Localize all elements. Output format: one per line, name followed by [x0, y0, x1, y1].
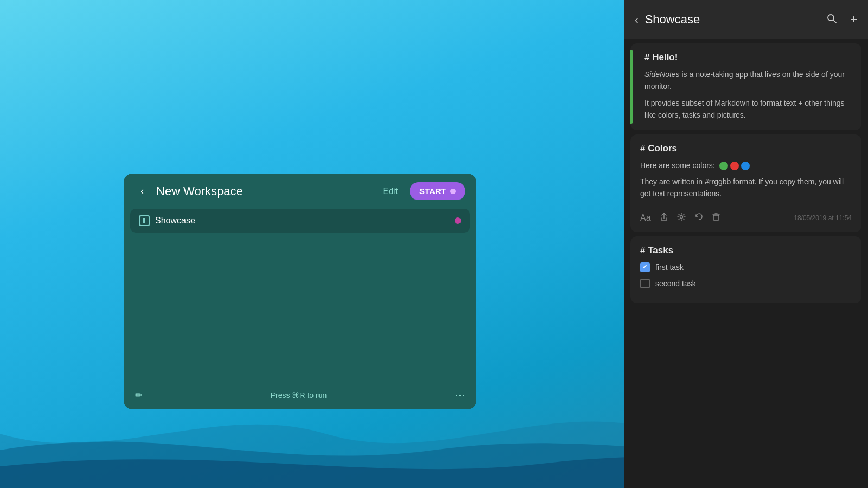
item-label: Showcase: [155, 216, 449, 226]
note-icon-delete[interactable]: [712, 213, 720, 223]
note-footer-colors: Aa: [640, 207, 852, 223]
task-item-first: first task: [640, 261, 852, 273]
note-icon-share[interactable]: [660, 213, 668, 223]
task-item-second: second task: [640, 278, 852, 290]
note-card-colors: # Colors Here are some colors: They are …: [630, 134, 861, 232]
sidebar-back-button[interactable]: ‹: [635, 14, 639, 26]
note-card-tasks: # Tasks first task second task: [630, 236, 861, 303]
note-body-tasks: first task second task: [640, 261, 852, 290]
svg-line-1: [833, 20, 836, 23]
svg-point-2: [680, 215, 682, 218]
start-dot-indicator: [450, 189, 456, 194]
workspace-list: Showcase: [124, 209, 476, 233]
note-icon-settings[interactable]: [677, 213, 686, 223]
svg-rect-3: [713, 215, 719, 220]
color-dots-row: [719, 162, 750, 170]
note-body-colors: Here are some colors: They are written i…: [640, 159, 852, 200]
note-paragraph-2: It provides subset of Markdown to format…: [644, 97, 852, 121]
workspace-panel: ‹ New Workspace Edit START Showcase ✏ Pr…: [124, 174, 476, 409]
sidebar-header: ‹ Showcase +: [624, 0, 868, 39]
svg-point-0: [828, 15, 834, 21]
footer-run-hint: Press ⌘R to run: [271, 391, 327, 400]
workspace-footer: ✏ Press ⌘R to run ⋯: [124, 381, 476, 409]
task-checkbox-second[interactable]: [640, 279, 650, 288]
color-dot-green: [719, 162, 728, 170]
note-paragraph-1: SideNotes is a note-taking app that live…: [644, 68, 852, 93]
workspace-header: ‹ New Workspace Edit START: [124, 174, 476, 209]
item-icon-inner: [143, 218, 145, 223]
note-card-hello: # Hello! SideNotes is a note-taking app …: [630, 43, 861, 130]
item-icon: [139, 215, 150, 226]
task-label-second: second task: [655, 278, 696, 290]
color-dot-blue: [741, 162, 750, 170]
note-accent-bar: [630, 50, 633, 124]
color-dot-red: [730, 162, 739, 170]
sidebar-notes-list[interactable]: # Hello! SideNotes is a note-taking app …: [624, 39, 868, 488]
workspace-title: New Workspace: [156, 184, 376, 198]
workspace-edit-button[interactable]: Edit: [383, 187, 398, 196]
note-title-tasks: # Tasks: [640, 245, 852, 256]
workspace-start-button[interactable]: START: [410, 182, 465, 200]
sidebar-panel: ‹ Showcase + # Hello! SideNotes is a not…: [624, 0, 868, 488]
sidebar-search-button[interactable]: [826, 13, 837, 27]
note-icon-format[interactable]: Aa: [640, 213, 651, 223]
footer-more-icon[interactable]: ⋯: [455, 389, 465, 402]
note-title-colors: # Colors: [640, 143, 852, 154]
workspace-list-item[interactable]: Showcase: [130, 209, 470, 233]
footer-edit-icon[interactable]: ✏: [135, 389, 143, 401]
colors-description: They are written in #rrggbb format. If y…: [640, 176, 852, 200]
note-icon-undo[interactable]: [694, 213, 703, 223]
workspace-back-button[interactable]: ‹: [135, 184, 150, 199]
note-title-hello: # Hello!: [640, 52, 852, 63]
note-timestamp: 18/05/2019 at 11:54: [794, 214, 852, 222]
note-body-hello: SideNotes is a note-taking app that live…: [640, 68, 852, 121]
sidebar-title: Showcase: [645, 12, 820, 27]
task-checkbox-first[interactable]: [640, 262, 650, 272]
search-icon: [826, 13, 837, 24]
sidebar-add-button[interactable]: +: [850, 12, 857, 27]
task-label-first: first task: [655, 261, 684, 273]
colors-intro: Here are some colors:: [640, 159, 852, 171]
item-status-dot: [455, 217, 461, 224]
